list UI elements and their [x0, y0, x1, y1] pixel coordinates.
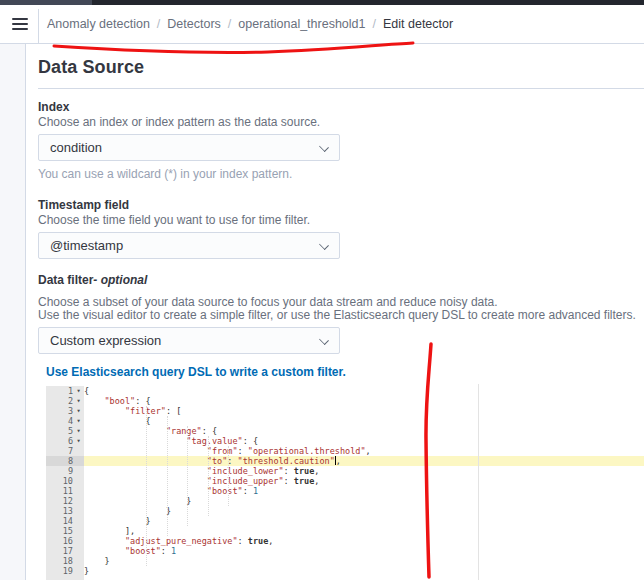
- gutter-line-number: 3▾: [46, 406, 84, 416]
- title-divider: [38, 88, 644, 89]
- fold-arrow-icon[interactable]: ▾: [73, 436, 84, 446]
- timestamp-help: Choose the time field you want to use fo…: [38, 214, 644, 227]
- code-line: "filter": [: [84, 406, 644, 416]
- gutter-line-number: 17: [46, 546, 84, 556]
- gutter-line-number: 5▾: [46, 426, 84, 436]
- chevron-down-icon: [320, 241, 328, 249]
- page-title: Data Source: [38, 57, 644, 78]
- index-help: Choose an index or index pattern as the …: [38, 116, 644, 129]
- gutter-line-number: 9: [46, 466, 84, 476]
- fold-arrow-icon[interactable]: ▾: [73, 426, 84, 436]
- index-label: Index: [38, 100, 644, 114]
- gutter-line-number: 8: [46, 456, 84, 466]
- code-line: "boost": 1: [84, 546, 644, 556]
- gutter-line-number: 16: [46, 536, 84, 546]
- edit-detector-page: Anomaly detection/Detectors/operational_…: [0, 0, 644, 580]
- index-section: Index Choose an index or index pattern a…: [38, 100, 644, 181]
- code-line: {: [84, 416, 644, 426]
- index-select-value: condition: [50, 140, 102, 155]
- data-filter-help: Choose a subset of your data source to f…: [38, 296, 644, 322]
- breadcrumb-item: Edit detector: [383, 17, 453, 31]
- gutter-line-number: 7: [46, 446, 84, 456]
- timestamp-select[interactable]: @timestamp: [38, 232, 340, 259]
- timestamp-select-value: @timestamp: [50, 238, 123, 253]
- code-line: "include_lower": true,: [84, 466, 644, 476]
- code-line: }: [84, 556, 644, 566]
- indent-guide: [228, 446, 229, 506]
- query-dsl-link[interactable]: Use Elasticsearch query DSL to write a c…: [46, 365, 346, 379]
- app-header: Anomaly detection/Detectors/operational_…: [0, 5, 644, 44]
- timestamp-section: Timestamp field Choose the time field yo…: [38, 198, 644, 259]
- breadcrumb-separator: /: [373, 17, 376, 31]
- editor-gutter: 1▾2▾3▾4▾5▾6▾78910111213141516171819: [46, 386, 84, 580]
- chevron-down-icon: [320, 336, 328, 344]
- indent-guide: [167, 416, 168, 536]
- code-line: "from": "operational.threshold",: [84, 446, 644, 456]
- code-line: }: [84, 496, 644, 506]
- indent-guide: [208, 436, 209, 516]
- gutter-line-number: 19: [46, 566, 84, 576]
- index-select[interactable]: condition: [38, 134, 340, 161]
- code-line: }: [84, 516, 644, 526]
- gutter-line-number: 15: [46, 526, 84, 536]
- gutter-line-number: 11: [46, 486, 84, 496]
- data-filter-section: Data filter- optional Choose a subset of…: [38, 273, 644, 580]
- gutter-line-number: 14: [46, 516, 84, 526]
- gutter-line-number: 2▾: [46, 396, 84, 406]
- fold-arrow-icon[interactable]: ▾: [73, 386, 84, 396]
- code-line: "bool": {: [84, 396, 644, 406]
- left-rail: [0, 44, 25, 580]
- gutter-line-number: 12: [46, 496, 84, 506]
- data-source-panel: Data Source Index Choose an index or ind…: [25, 44, 644, 580]
- gutter-line-number: 13: [46, 506, 84, 516]
- breadcrumb: Anomaly detection/Detectors/operational_…: [47, 5, 453, 43]
- fold-arrow-icon[interactable]: ▾: [73, 406, 84, 416]
- indent-guide: [187, 426, 188, 526]
- filter-type-select[interactable]: Custom expression: [38, 327, 340, 354]
- code-line: "include_upper": true,: [84, 476, 644, 486]
- gutter-line-number: 10: [46, 476, 84, 486]
- gutter-line-number: 4▾: [46, 416, 84, 426]
- menu-toggle-button[interactable]: [12, 18, 28, 30]
- editor-code: { "bool": { "filter": [ { "range": { "ta…: [84, 386, 644, 580]
- indent-guide: [146, 406, 147, 566]
- index-wildcard-hint: You can use a wildcard (*) in your index…: [38, 167, 644, 181]
- gutter-line-number: 6▾: [46, 436, 84, 446]
- print-margin-ruler: [478, 384, 479, 580]
- code-line: ],: [84, 526, 644, 536]
- fold-arrow-icon[interactable]: ▾: [73, 396, 84, 406]
- gutter-line-number: 1▾: [46, 386, 84, 396]
- header-divider: [38, 9, 39, 43]
- breadcrumb-item[interactable]: Detectors: [167, 17, 221, 31]
- code-line: "tag.value": {: [84, 436, 644, 446]
- code-line: "range": {: [84, 426, 644, 436]
- breadcrumb-item[interactable]: Anomaly detection: [47, 17, 150, 31]
- breadcrumb-item[interactable]: operational_threshold1: [238, 17, 365, 31]
- query-dsl-editor[interactable]: 1▾2▾3▾4▾5▾6▾78910111213141516171819 { "b…: [46, 384, 644, 580]
- optional-suffix: - optional: [93, 273, 147, 287]
- breadcrumb-separator: /: [157, 17, 160, 31]
- data-filter-label: Data filter- optional: [38, 273, 644, 287]
- code-line: "boost": 1: [84, 486, 644, 496]
- breadcrumb-separator: /: [228, 17, 231, 31]
- code-line: }: [84, 506, 644, 516]
- filter-type-select-value: Custom expression: [50, 333, 161, 348]
- timestamp-label: Timestamp field: [38, 198, 644, 212]
- code-line: "to": "threshold.caution",: [84, 456, 644, 466]
- gutter-line-number: 18: [46, 556, 84, 566]
- chevron-down-icon: [320, 143, 328, 151]
- fold-arrow-icon[interactable]: ▾: [73, 416, 84, 426]
- code-line: "adjust_pure_negative": true,: [84, 536, 644, 546]
- code-line: {: [84, 386, 644, 396]
- code-line: }: [84, 566, 644, 576]
- hamburger-icon: [12, 18, 28, 20]
